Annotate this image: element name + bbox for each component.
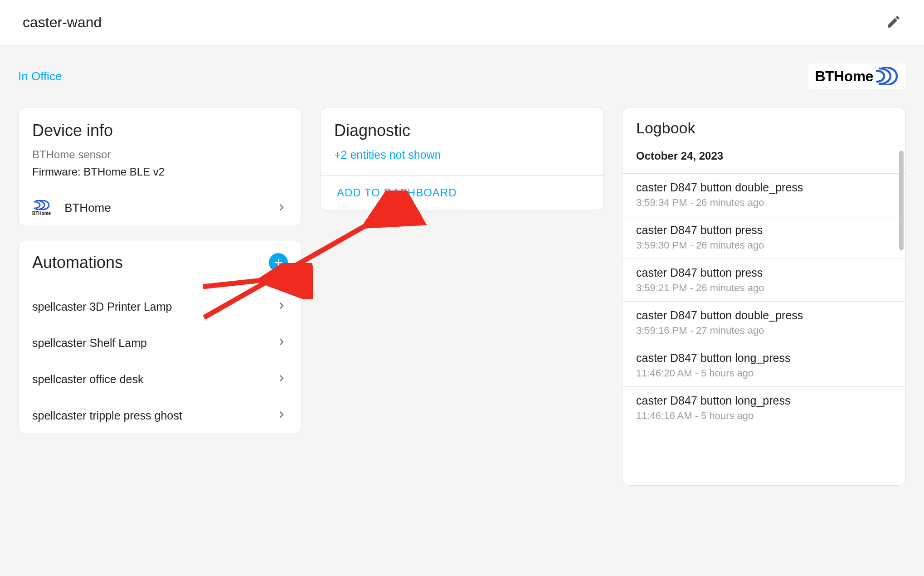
automation-row[interactable]: spellcaster tripple press ghost xyxy=(19,397,302,434)
chevron-right-icon xyxy=(275,372,288,386)
automations-header: Automations xyxy=(19,240,302,280)
chevron-right-icon xyxy=(275,336,288,350)
logbook-title: Logbook xyxy=(622,107,905,145)
logbook-list: caster D847 button double_press3:59:34 P… xyxy=(622,173,905,429)
page-header: caster-wand xyxy=(0,0,924,45)
logbook-entry[interactable]: caster D847 button long_press11:46:16 AM… xyxy=(622,386,905,429)
column-center: Diagnostic +2 entities not shown ADD TO … xyxy=(320,107,604,210)
bthome-small-icon: BTHome xyxy=(32,200,51,216)
logbook-entry-title: caster D847 button press xyxy=(636,266,892,279)
column-right: Logbook October 24, 2023 caster D847 but… xyxy=(622,107,906,486)
automation-label: spellcaster 3D Printer Lamp xyxy=(32,300,172,313)
automation-label: spellcaster office desk xyxy=(32,373,144,386)
logbook-date: October 24, 2023 xyxy=(622,145,905,173)
edit-icon[interactable] xyxy=(886,14,901,31)
logbook-entry[interactable]: caster D847 button double_press3:59:16 P… xyxy=(622,301,905,344)
logbook-entry-title: caster D847 button long_press xyxy=(636,351,892,365)
content-area: In Office BTHome Device info BTHome sens… xyxy=(0,45,924,486)
logbook-entry[interactable]: caster D847 button press3:59:21 PM - 26 … xyxy=(622,259,905,301)
logbook-entry[interactable]: caster D847 button long_press11:46:20 AM… xyxy=(622,344,905,386)
logbook-entry-time: 3:59:30 PM - 26 minutes ago xyxy=(636,239,892,251)
logbook-entry-title: caster D847 button double_press xyxy=(636,309,892,322)
automations-list: spellcaster 3D Printer Lampspellcaster S… xyxy=(19,288,302,434)
diagnostic-title: Diagnostic xyxy=(321,107,603,148)
bthome-icon-label: BTHome xyxy=(32,211,51,216)
integration-logo-text: BTHome xyxy=(815,68,873,85)
hidden-entities-link[interactable]: +2 entities not shown xyxy=(321,148,603,175)
logbook-entry[interactable]: caster D847 button press3:59:30 PM - 26 … xyxy=(622,216,905,259)
logbook-entry-time: 3:59:21 PM - 26 minutes ago xyxy=(636,282,892,294)
logbook-entry-time: 3:59:34 PM - 26 minutes ago xyxy=(636,197,892,209)
page-title: caster-wand xyxy=(23,14,102,31)
area-link[interactable]: In Office xyxy=(18,69,62,83)
automation-row[interactable]: spellcaster office desk xyxy=(19,361,302,397)
logbook-entry-title: caster D847 button long_press xyxy=(636,394,892,407)
wifi-waves-icon xyxy=(876,67,900,85)
logbook-body[interactable]: October 24, 2023 caster D847 button doub… xyxy=(622,145,905,485)
automations-title: Automations xyxy=(32,253,123,272)
integration-name: BTHome xyxy=(64,201,111,215)
logbook-entry-title: caster D847 button press xyxy=(636,224,892,237)
chevron-right-icon xyxy=(275,299,288,314)
logbook-entry-time: 3:59:16 PM - 27 minutes ago xyxy=(636,325,892,337)
plus-icon xyxy=(272,256,285,269)
automations-card: Automations spellcaster 3D Printer Lamps… xyxy=(18,240,302,434)
add-to-dashboard-button[interactable]: ADD TO DASHBOARD xyxy=(321,175,603,210)
device-type: BTHome sensor xyxy=(19,148,302,166)
logbook-entry[interactable]: caster D847 button double_press3:59:34 P… xyxy=(622,173,905,216)
scrollbar-thumb[interactable] xyxy=(899,151,904,250)
device-firmware: Firmware: BTHome BLE v2 xyxy=(19,166,302,192)
logbook-entry-time: 11:46:16 AM - 5 hours ago xyxy=(636,410,892,422)
automation-label: spellcaster Shelf Lamp xyxy=(32,337,147,350)
chevron-right-icon xyxy=(275,408,288,423)
logbook-entry-title: caster D847 button double_press xyxy=(636,181,892,194)
diagnostic-card: Diagnostic +2 entities not shown ADD TO … xyxy=(320,107,604,210)
integration-logo: BTHome xyxy=(808,63,906,89)
columns: Device info BTHome sensor Firmware: BTHo… xyxy=(18,107,906,486)
top-row: In Office BTHome xyxy=(18,63,906,89)
automation-row[interactable]: spellcaster Shelf Lamp xyxy=(19,325,302,361)
logbook-entry-time: 11:46:20 AM - 5 hours ago xyxy=(636,367,892,379)
automation-row[interactable]: spellcaster 3D Printer Lamp xyxy=(19,288,302,325)
chevron-right-icon xyxy=(275,201,288,215)
column-left: Device info BTHome sensor Firmware: BTHo… xyxy=(18,107,302,434)
logbook-card: Logbook October 24, 2023 caster D847 but… xyxy=(622,107,906,486)
device-info-card: Device info BTHome sensor Firmware: BTHo… xyxy=(18,107,302,226)
device-info-title: Device info xyxy=(19,107,302,148)
integration-row[interactable]: BTHome BTHome xyxy=(19,192,302,226)
automation-label: spellcaster tripple press ghost xyxy=(32,409,182,422)
integration-row-left: BTHome BTHome xyxy=(32,200,111,216)
add-automation-button[interactable] xyxy=(269,253,288,272)
